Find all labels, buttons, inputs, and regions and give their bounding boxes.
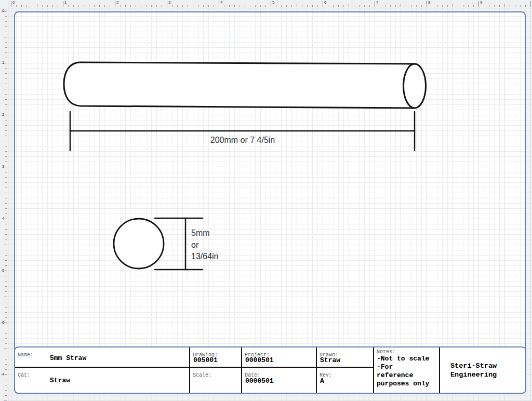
ruler-tick	[380, 5, 380, 7]
name-value[interactable]: 5mm Straw	[50, 354, 86, 362]
ruler-tick	[453, 4, 453, 7]
ruler-tick	[99, 5, 100, 7]
ruler-tick	[364, 5, 365, 7]
drawing-cell[interactable]: Drawing: 005001	[190, 347, 241, 368]
drawing-value[interactable]: 005001	[193, 356, 218, 364]
ruler-tick	[104, 5, 105, 7]
ruler-tick	[406, 5, 406, 7]
ruler-tick	[5, 333, 7, 333]
straw-cylinder-shape[interactable]	[64, 62, 426, 108]
drawn-value[interactable]: Straw	[320, 356, 340, 364]
ruler-tick	[4, 141, 7, 141]
ruler-tick	[328, 5, 328, 7]
ruler-tick	[229, 5, 230, 7]
diameter-line-3: 13/64in	[191, 251, 219, 263]
rev-cell[interactable]: Rev: A	[317, 368, 373, 393]
title-block-col-notes: Notes: -Not to scale -For reference purp…	[374, 347, 440, 393]
ruler-tick	[84, 5, 84, 7]
ruler-number: 5	[2, 269, 4, 273]
title-block-col-project: Project: 0000501 Date: 0000501	[242, 347, 317, 393]
ruler-tick	[5, 47, 7, 48]
notes-line-1: -Not to scale	[377, 355, 436, 363]
notes-cell[interactable]: Notes: -Not to scale -For reference purp…	[374, 347, 439, 393]
date-cell[interactable]: Date: 0000501	[242, 368, 316, 393]
ruler-tick	[473, 5, 474, 7]
ruler-tick	[5, 359, 7, 359]
scale-label: Scale:	[193, 372, 211, 378]
ruler-tick	[234, 5, 235, 7]
ruler-number: 0	[2, 9, 4, 13]
ruler-tick	[5, 328, 7, 328]
ruler-tick	[416, 5, 417, 7]
ruler-tick	[401, 4, 401, 7]
ruler-tick	[141, 4, 141, 7]
straw-cross-section-circle[interactable]	[114, 219, 164, 269]
ruler-tick	[390, 5, 391, 7]
ruler-tick	[5, 172, 7, 172]
ruler-number: 2	[116, 1, 118, 5]
cat-value[interactable]: Straw	[50, 377, 70, 384]
title-block-col-drawn: Drawn: Straw Rev: A	[317, 347, 374, 393]
ruler-tick	[395, 5, 396, 7]
ruler-number: 1	[2, 61, 4, 65]
notes-line-4: purposes only	[377, 380, 436, 388]
ruler-tick	[5, 255, 7, 256]
straw-body[interactable]	[64, 62, 415, 108]
date-value[interactable]: 0000501	[245, 377, 274, 385]
ruler-tick	[5, 390, 7, 391]
length-dimension-label[interactable]: 200mm or 7 4/5in	[175, 136, 311, 145]
ruler-tick	[4, 245, 7, 245]
ruler-tick	[5, 312, 7, 313]
ruler-tick	[5, 120, 7, 121]
ruler-tick	[130, 5, 131, 7]
title-block-col-name: Name: 5mm Straw Cat: Straw	[15, 347, 190, 393]
ruler-tick	[58, 5, 58, 7]
name-cell[interactable]: Name: 5mm Straw	[15, 347, 189, 368]
scale-cell[interactable]: Scale:	[190, 368, 241, 393]
ruler-tick	[5, 234, 7, 235]
drawn-cell[interactable]: Drawn: Straw	[317, 347, 373, 368]
ruler-tick	[5, 78, 7, 79]
ruler-tick	[63, 1, 63, 7]
ruler-tick	[240, 5, 240, 7]
ruler-tick	[250, 5, 250, 7]
shapes-layer	[0, 0, 532, 401]
ruler-tick	[182, 5, 183, 7]
ruler-tick	[73, 5, 74, 7]
title-block-col-drawing: Drawing: 005001 Scale:	[190, 347, 242, 393]
title-block[interactable]: Name: 5mm Straw Cat: Straw Drawing: 0050…	[14, 346, 526, 394]
cat-cell[interactable]: Cat: Straw	[15, 368, 189, 393]
ruler-tick	[312, 5, 313, 7]
ruler-corner	[0, 0, 8, 8]
ruler-tick	[5, 364, 7, 365]
ruler-number: 7	[376, 1, 378, 5]
ruler-tick	[5, 188, 7, 188]
ruler-tick	[489, 5, 489, 7]
ruler-tick	[5, 203, 7, 204]
ruler-tick	[156, 5, 157, 7]
ruler-tick	[499, 5, 500, 7]
notes-line-3: reference	[377, 371, 436, 380]
ruler-tick	[5, 286, 7, 287]
ruler-tick	[4, 349, 7, 349]
company-cell[interactable]: Steri-Straw Engineering	[440, 347, 525, 393]
straw-end-ellipse[interactable]	[404, 64, 426, 108]
project-cell[interactable]: Project: 0000501	[242, 347, 316, 368]
ruler-tick	[5, 21, 7, 22]
ruler-tick	[5, 32, 7, 32]
ruler-tick	[484, 5, 484, 7]
ruler-tick	[478, 1, 479, 7]
ruler-tick	[5, 73, 7, 74]
ruler-tick	[136, 5, 136, 7]
ruler-tick	[530, 1, 531, 7]
ruler-tick	[37, 4, 37, 7]
rev-value[interactable]: A	[320, 377, 324, 385]
ruler-tick	[5, 380, 7, 380]
vertical-ruler: 01234567	[0, 8, 8, 401]
ruler-tick	[5, 156, 7, 157]
company-line-1: Steri-Straw	[450, 362, 525, 370]
ruler-number: 4	[2, 217, 4, 221]
ruler-tick	[291, 5, 292, 7]
diameter-dimension-label[interactable]: 5mm or 13/64in	[191, 228, 219, 263]
project-value[interactable]: 0000501	[245, 356, 274, 364]
